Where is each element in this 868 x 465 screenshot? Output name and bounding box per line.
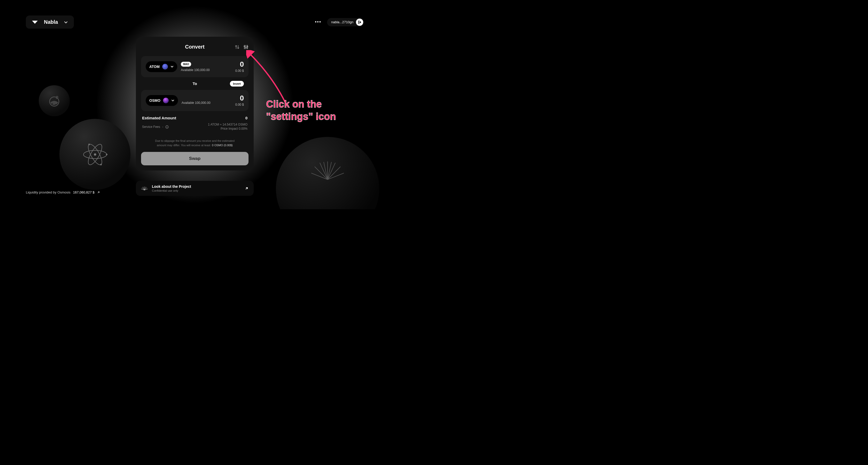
to-token-symbol: OSMO [149,98,160,102]
decorative-circle-osmosis [39,85,70,116]
project-subtitle: Confidential use only [152,189,191,192]
atom-icon [80,139,111,170]
logout-button[interactable] [356,19,363,26]
annotation-text: Click on the "settings" icon [266,98,336,123]
to-label: To [192,82,197,86]
app-name: Nabla [44,19,58,25]
max-button[interactable]: MAX [181,62,191,67]
to-amount-usd: 0.00 $ [235,103,244,106]
svg-point-30 [167,126,167,126]
svg-line-2 [56,98,57,99]
convert-card: Convert [136,37,254,170]
from-amount-input[interactable]: 0 [235,61,244,68]
from-token-selector[interactable]: ATOM [146,61,177,72]
svg-marker-21 [32,21,38,24]
atom-token-icon [162,64,168,69]
min-output: 0 OSMO (0.00$) [212,144,233,147]
from-token-symbol: ATOM [149,65,160,69]
to-row: To Invert [141,77,249,90]
nabla-logo-icon [32,21,38,24]
swap-button[interactable]: Swap [141,152,249,165]
header: Nabla ••• nabla...2710gn [0,16,390,29]
swap-arrows-icon [235,44,240,50]
svg-point-8 [94,153,96,156]
estimated-amount-label: Estimated Amount [142,116,176,120]
chevron-down-icon [171,99,175,102]
to-token-panel: OSMO Available 100,000.00 0 0.00 $ [141,90,249,111]
header-right: ••• nabla...2710gn [313,18,364,26]
osmosis-flask-icon [47,94,61,108]
card-title: Convert [185,44,205,50]
slippage-note: Due to slippage the final amount you rec… [142,139,247,147]
svg-line-20 [328,162,332,180]
nabla-logo-icon [141,186,148,190]
card-header: Convert [141,44,249,50]
external-link-icon [245,187,249,190]
chevron-down-icon [170,65,174,68]
decorative-circle-atom [59,119,130,190]
svg-point-3 [52,103,53,104]
svg-line-15 [315,167,328,180]
svg-line-16 [328,167,340,180]
chevron-down-icon [64,21,68,24]
settings-button[interactable] [243,44,249,50]
osmo-token-icon [163,98,169,103]
from-available: Available 100,000.00 [181,68,232,72]
wallet-pill[interactable]: nabla...2710gn [327,18,364,26]
service-fees-label: Service Fees [142,125,160,129]
more-menu-button[interactable]: ••• [313,18,323,26]
nabla-rays-icon [311,160,344,181]
decorative-circle-nabla [276,137,379,209]
estimated-amount-value: 0 [245,116,247,120]
from-token-panel: ATOM MAX Available 100,000.00 0 0.00 $ [141,56,249,77]
estimates-section: Estimated Amount 0 Service Fees - 1 ATOM… [141,111,249,147]
invert-button[interactable]: Invert [230,81,244,87]
liquidity-label: Liquidity provided by Osmosis [26,190,70,194]
svg-point-10 [88,144,90,145]
svg-line-19 [324,162,328,180]
external-link-icon [97,191,100,194]
liquidity-footer[interactable]: Liquidity provided by Osmosis 167,060,82… [26,190,100,194]
exchange-rate: 1 ATOM ≈ 14.543714 OSMO [208,123,247,126]
info-icon[interactable] [165,125,169,129]
annotation-arrow [246,50,298,107]
logout-icon [358,21,362,24]
from-amount-usd: 0.00 $ [235,69,244,72]
to-amount: 0 [235,95,244,102]
settings-sliders-icon [243,44,249,50]
swap-direction-button[interactable] [235,44,240,50]
liquidity-value: 167,060,827 $ [73,190,95,194]
price-impact: Price Impact 0.00% [208,127,247,130]
service-fees-value: - [162,125,163,129]
project-info-card[interactable]: Look about the Project Confidential use … [136,181,254,196]
to-available: Available 100,000.00 [182,101,232,104]
svg-point-4 [55,104,56,104]
project-title: Look about the Project [152,184,191,189]
svg-point-11 [100,164,102,165]
to-token-selector[interactable]: OSMO [146,95,178,106]
svg-point-9 [106,154,107,155]
wallet-address: nabla...2710gn [331,20,353,24]
app-selector[interactable]: Nabla [26,16,74,29]
